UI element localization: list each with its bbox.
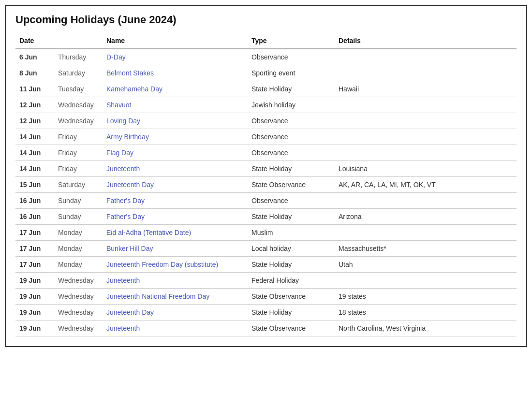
cell-day: Friday [54,145,103,161]
cell-type: State Holiday [248,305,335,321]
cell-name[interactable]: Father's Day [103,209,248,225]
cell-date: 14 Jun [15,129,54,145]
holiday-link[interactable]: Flag Day [106,149,133,157]
cell-day: Friday [54,129,103,145]
main-container: Upcoming Holidays (June 2024) Date Name … [5,5,527,347]
cell-type: Observance [248,193,335,209]
cell-type: State Holiday [248,257,335,273]
table-row: 15 JunSaturdayJuneteenth DayState Observ… [15,177,517,193]
table-row: 14 JunFridayArmy BirthdayObservance [15,129,517,145]
cell-type: State Holiday [248,81,335,97]
cell-date: 6 Jun [15,49,54,65]
cell-name[interactable]: D-Day [103,49,248,65]
holiday-link[interactable]: Bunker Hill Day [106,245,153,252]
holiday-link[interactable]: Juneteenth [106,277,140,284]
cell-name[interactable]: Army Birthday [103,129,248,145]
table-body: 6 JunThursdayD-DayObservance8 JunSaturda… [15,49,517,336]
holiday-link[interactable]: Army Birthday [106,133,149,141]
cell-date: 17 Jun [15,225,54,241]
table-row: 17 JunMondayBunker Hill DayLocal holiday… [15,241,517,257]
cell-details [335,225,517,241]
cell-details: AK, AR, CA, LA, MI, MT, OK, VT [335,177,517,193]
cell-name[interactable]: Belmont Stakes [103,65,248,81]
cell-day: Friday [54,161,103,177]
table-row: 11 JunTuesdayKamehameha DayState Holiday… [15,81,517,97]
cell-details [335,113,517,129]
cell-day: Monday [54,257,103,273]
cell-name[interactable]: Juneteenth National Freedom Day [103,289,248,305]
table-row: 16 JunSundayFather's DayObservance [15,193,517,209]
holiday-link[interactable]: Juneteenth Day [106,181,154,189]
table-row: 8 JunSaturdayBelmont StakesSporting even… [15,65,517,81]
cell-date: 15 Jun [15,177,54,193]
holiday-link[interactable]: Juneteenth [106,324,140,332]
cell-details: Hawaii [335,81,517,97]
table-row: 12 JunWednesdayLoving DayObservance [15,113,517,129]
cell-details [335,49,517,65]
cell-details: 18 states [335,305,517,321]
cell-type: Observance [248,113,335,129]
cell-name[interactable]: Bunker Hill Day [103,241,248,257]
table-row: 19 JunWednesdayJuneteenthState Observanc… [15,321,517,336]
col-header-day [54,34,103,49]
cell-name[interactable]: Shavuot [103,97,248,113]
cell-day: Thursday [54,49,103,65]
cell-date: 11 Jun [15,81,54,97]
holiday-link[interactable]: Father's Day [106,197,145,204]
holiday-link[interactable]: Shavuot [106,101,131,109]
holiday-link[interactable]: Loving Day [106,117,140,125]
holiday-link[interactable]: Juneteenth Freedom Day (substitute) [106,261,218,268]
col-header-date: Date [15,34,54,49]
cell-date: 16 Jun [15,193,54,209]
cell-type: Observance [248,129,335,145]
cell-name[interactable]: Kamehameha Day [103,81,248,97]
holiday-link[interactable]: Kamehameha Day [106,85,163,93]
cell-details [335,97,517,113]
cell-name[interactable]: Eid al-Adha (Tentative Date) [103,225,248,241]
page-title: Upcoming Holidays (June 2024) [15,14,517,26]
table-row: 17 JunMondayJuneteenth Freedom Day (subs… [15,257,517,273]
cell-day: Sunday [54,193,103,209]
cell-details: Louisiana [335,161,517,177]
cell-name[interactable]: Juneteenth Day [103,177,248,193]
cell-type: State Holiday [248,161,335,177]
holiday-link[interactable]: Father's Day [106,213,145,220]
cell-name[interactable]: Juneteenth [103,321,248,336]
cell-name[interactable]: Father's Day [103,193,248,209]
cell-type: State Observance [248,177,335,193]
cell-name[interactable]: Juneteenth Freedom Day (substitute) [103,257,248,273]
holiday-link[interactable]: Belmont Stakes [106,69,154,77]
holiday-link[interactable]: Juneteenth National Freedom Day [106,292,209,300]
table-row: 6 JunThursdayD-DayObservance [15,49,517,65]
holiday-link[interactable]: Juneteenth [106,165,140,173]
cell-day: Wednesday [54,97,103,113]
cell-type: Local holiday [248,241,335,257]
table-row: 14 JunFridayFlag DayObservance [15,145,517,161]
cell-details: Massachusetts* [335,241,517,257]
cell-name[interactable]: Juneteenth [103,161,248,177]
cell-day: Sunday [54,209,103,225]
holiday-link[interactable]: D-Day [106,53,126,61]
cell-details [335,145,517,161]
holiday-link[interactable]: Eid al-Adha (Tentative Date) [106,229,191,236]
cell-day: Wednesday [54,289,103,305]
cell-details [335,273,517,289]
cell-type: Federal Holiday [248,273,335,289]
cell-name[interactable]: Juneteenth Day [103,305,248,321]
cell-details: Arizona [335,209,517,225]
cell-date: 17 Jun [15,257,54,273]
cell-date: 17 Jun [15,241,54,257]
cell-type: State Holiday [248,209,335,225]
cell-details [335,129,517,145]
cell-name[interactable]: Flag Day [103,145,248,161]
cell-name[interactable]: Loving Day [103,113,248,129]
cell-details: North Carolina, West Virginia [335,321,517,336]
cell-day: Wednesday [54,305,103,321]
holiday-link[interactable]: Juneteenth Day [106,308,154,316]
cell-day: Wednesday [54,321,103,336]
cell-details [335,193,517,209]
cell-date: 19 Jun [15,321,54,336]
table-row: 19 JunWednesdayJuneteenthFederal Holiday [15,273,517,289]
cell-name[interactable]: Juneteenth [103,273,248,289]
col-header-details: Details [335,34,517,49]
